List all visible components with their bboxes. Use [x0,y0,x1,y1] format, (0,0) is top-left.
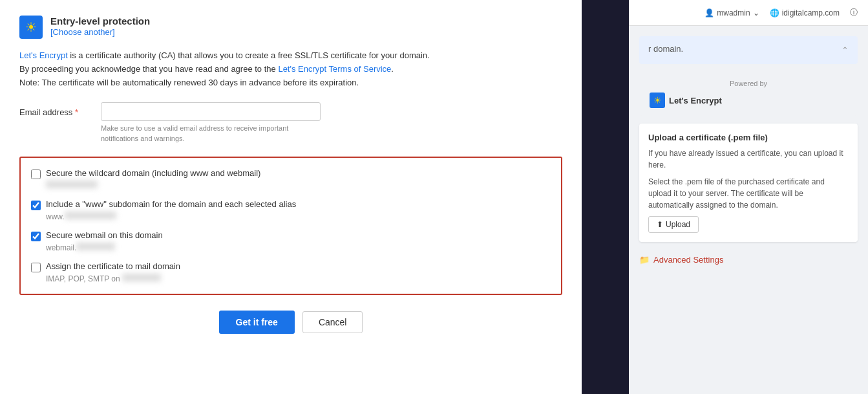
desc-line3: Note: The certificate will be automatica… [19,78,359,87]
powered-section: Powered by ☀ Let's Encrypt [639,72,858,116]
upload-icon: ⬆ [657,220,663,229]
domain-indicator[interactable]: 🌐 idigitalcamp.com [770,8,840,17]
folder-icon: 📁 [639,255,650,265]
dialog-header: ☀ Entry-level protection [Choose another… [19,16,562,39]
email-label: Email address * [19,102,90,117]
email-row: Email address * Make sure to use a valid… [19,102,562,144]
www-checkbox[interactable] [31,201,41,210]
cancel-button[interactable]: Cancel [302,311,363,333]
mail-checkbox-item: Assign the certificate to mail domain IM… [31,261,551,283]
le-logo-right: ☀ Let's Encrypt [650,93,847,108]
description-text: Let's Encrypt is a certificate authority… [19,49,562,89]
mail-sublabel: IMAP, POP, SMTP on [46,274,551,283]
lets-encrypt-logo: ☀ [19,16,43,39]
choose-another-link[interactable]: [Choose another] [50,27,115,37]
required-star: * [75,107,78,117]
email-hint: Make sure to use a valid email address t… [101,124,321,144]
le-sun-icon: ☀ [653,95,662,105]
right-header: 👤 mwadmin ⌄ 🌐 idigitalcamp.com ⓘ [629,0,868,26]
protection-level: Entry-level protection [50,16,150,27]
le-brand-text: Let's Encrypt [669,96,722,105]
www-sublabel: www. [46,212,551,221]
wildcard-domain-blurred [46,181,98,188]
wildcard-label[interactable]: Secure the wildcard domain (including ww… [46,168,260,178]
wildcard-sublabel [46,181,551,190]
get-it-free-button[interactable]: Get it free [219,311,295,334]
upload-card-title: Upload a certificate (.pem file) [648,133,849,142]
lets-encrypt-link[interactable]: Let's Encrypt [19,50,68,60]
domain-area-text: r domain. [648,44,683,54]
header-text: Entry-level protection [Choose another] [50,16,150,37]
mail-checkbox[interactable] [31,263,41,272]
upload-card: Upload a certificate (.pem file) If you … [639,124,858,242]
dialog-panel: ☀ Entry-level protection [Choose another… [0,0,582,394]
right-panel: 👤 mwadmin ⌄ 🌐 idigitalcamp.com ⓘ r domai… [582,0,868,394]
question-icon: ⓘ [850,7,858,18]
upload-card-desc1: If you have already issued a certificate… [648,148,849,171]
advanced-settings-label: Advanced Settings [653,255,723,265]
domain-section: r domain. ⌃ [639,36,858,64]
advanced-settings[interactable]: 📁 Advanced Settings [639,250,858,270]
sun-icon: ☀ [25,19,37,35]
user-icon: 👤 [704,8,714,17]
upload-card-desc2: Select the .pem file of the purchased ce… [648,176,849,211]
user-menu[interactable]: 👤 mwadmin ⌄ [704,8,759,17]
domain-icon: 🌐 [770,8,779,17]
webmail-checkbox[interactable] [31,232,41,241]
email-input-group: Make sure to use a valid email address t… [101,102,321,144]
domain-name: idigitalcamp.com [782,8,840,17]
wildcard-checkbox-item: Secure the wildcard domain (including ww… [31,168,551,190]
right-content: r domain. ⌃ Powered by ☀ Let's Encrypt U… [629,26,868,280]
webmail-sublabel: webmail. [46,243,551,252]
wildcard-checkbox[interactable] [31,170,41,179]
tos-link[interactable]: Let's Encrypt Terms of Service [278,64,391,74]
email-input[interactable] [101,102,321,121]
webmail-checkbox-item: Secure webmail on this domain webmail. [31,230,551,252]
www-domain-blurred [65,212,116,219]
webmail-domain-blurred [76,243,115,250]
www-checkbox-item: Include a "www" subdomain for the domain… [31,199,551,221]
desc-line2: By proceeding you acknowledge that you h… [19,64,394,74]
webmail-label[interactable]: Secure webmail on this domain [46,230,163,240]
upload-button[interactable]: ⬆ Upload [648,216,699,233]
powered-label: Powered by [650,80,847,87]
button-row: Get it free Cancel [19,311,562,334]
help-button[interactable]: ⓘ [850,7,858,18]
www-label[interactable]: Include a "www" subdomain for the domain… [46,199,296,209]
mail-domain-blurred [122,274,161,281]
checkbox-section: Secure the wildcard domain (including ww… [19,157,562,295]
le-logo-box: ☀ [650,93,665,108]
right-panel-inner: 👤 mwadmin ⌄ 🌐 idigitalcamp.com ⓘ r domai… [629,0,868,394]
desc-line1: Let's Encrypt is a certificate authority… [19,50,430,60]
mail-label[interactable]: Assign the certificate to mail domain [46,261,180,271]
username: mwadmin [717,8,750,17]
user-chevron-icon: ⌄ [753,8,759,17]
collapse-icon[interactable]: ⌃ [842,45,849,55]
